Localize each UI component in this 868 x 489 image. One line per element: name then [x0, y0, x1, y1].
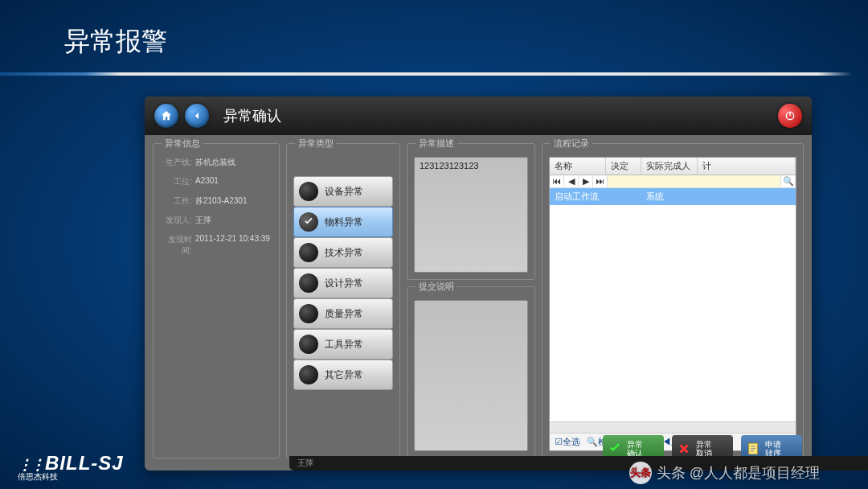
power-icon [784, 109, 796, 122]
cell-name: 启动工作流 [550, 191, 606, 203]
description-textarea[interactable]: 123123123123 [414, 157, 528, 273]
exception-type-item[interactable]: 设备异常 [293, 176, 393, 207]
svg-rect-5 [751, 450, 754, 451]
col-completer[interactable]: 实际完成人 [641, 158, 698, 175]
home-button[interactable] [154, 104, 178, 128]
home-icon [160, 109, 173, 122]
radio-icon [299, 182, 318, 201]
table-row[interactable]: 启动工作流 系统 [550, 188, 796, 205]
nav-last-icon[interactable]: ⏭ [593, 175, 608, 187]
info-value: 苏2103-A2301 [195, 195, 248, 207]
info-value: 2011-12-21 10:43:39 [195, 234, 270, 257]
type-label: 质量异常 [325, 307, 363, 321]
exception-type-item[interactable]: 技术异常 [293, 237, 393, 268]
check-icon [606, 440, 624, 458]
description-panel: 异常描述 123123123123 [407, 143, 535, 280]
type-label: 技术异常 [325, 246, 363, 260]
info-legend: 异常信息 [162, 138, 203, 150]
slide-title: 异常报警 [64, 24, 167, 60]
type-label: 物料异常 [325, 216, 363, 229]
back-icon [190, 109, 203, 122]
watermark-icon: 头条 [629, 462, 652, 484]
app-window: 异常确认 异常信息 生产线: 苏杭总装线 工位: A2301 工作: 苏2103… [145, 97, 812, 471]
radio-icon [299, 212, 318, 232]
types-legend: 异常类型 [295, 138, 337, 150]
svg-rect-1 [789, 112, 790, 116]
nav-prev-icon[interactable]: ◀ [564, 175, 579, 187]
col-name[interactable]: 名称 [550, 158, 606, 175]
window-title: 异常确认 [223, 106, 281, 125]
radio-icon [299, 273, 318, 293]
type-label: 其它异常 [325, 368, 363, 382]
submit-panel: 提交说明 [407, 286, 535, 458]
brand-logo: ⋮⋮BILL-SJ 倍思杰科技 [18, 452, 124, 483]
info-value: 王萍 [195, 215, 211, 226]
cell-decided [606, 191, 641, 203]
app-body: 异常信息 生产线: 苏杭总装线 工位: A2301 工作: 苏2103-A230… [145, 135, 812, 458]
radio-icon [299, 304, 318, 323]
info-label: 发现人: [160, 215, 195, 226]
svg-rect-4 [751, 448, 755, 449]
nav-first-icon[interactable]: ⏮ [550, 175, 564, 187]
title-underline [0, 72, 852, 76]
col-plan[interactable]: 计 [698, 158, 796, 175]
col-decided[interactable]: 决定 [606, 158, 641, 175]
x-icon [675, 440, 693, 458]
nav-next-icon[interactable]: ▶ [579, 175, 593, 187]
exception-type-item[interactable]: 设计异常 [293, 268, 393, 298]
description-legend: 异常描述 [416, 138, 457, 150]
exception-type-item[interactable]: 工具异常 [293, 329, 393, 360]
watermark: 头条 头条 @人人都是项目经理 [629, 462, 820, 484]
info-row: 工作: 苏2103-A2301 [160, 195, 272, 207]
info-row: 发现人: 王萍 [160, 215, 272, 226]
type-label: 工具异常 [325, 338, 363, 351]
info-row: 生产线: 苏杭总装线 [160, 157, 272, 168]
back-button[interactable] [185, 104, 209, 128]
grid-h-scrollbar[interactable] [550, 421, 796, 433]
info-value: 苏杭总装线 [195, 157, 235, 168]
type-label: 设计异常 [325, 277, 363, 290]
cell-completer: 系统 [641, 191, 698, 203]
info-row: 发现时间: 2011-12-21 10:43:39 [160, 234, 272, 257]
doc-icon [744, 440, 762, 458]
radio-icon [299, 365, 318, 384]
info-panel: 异常信息 生产线: 苏杭总装线 工位: A2301 工作: 苏2103-A230… [153, 143, 280, 458]
flow-panel: 流程记录 名称 决定 实际完成人 计 ⏮ ◀ ▶ ⏭ 🔍 启动工作流 [542, 143, 804, 458]
info-row: 工位: A2301 [160, 176, 272, 187]
power-button[interactable] [778, 104, 802, 128]
info-label: 发现时间: [160, 234, 195, 257]
type-label: 设备异常 [325, 185, 363, 199]
radio-icon [299, 335, 318, 354]
grid-search-box[interactable] [608, 175, 781, 187]
info-label: 工作: [160, 195, 195, 207]
middle-column: 异常描述 123123123123 提交说明 [407, 143, 535, 458]
radio-icon [299, 243, 318, 262]
exception-type-item[interactable]: 质量异常 [293, 298, 393, 329]
flow-legend: 流程记录 [551, 138, 592, 150]
exception-type-item[interactable]: 物料异常 [293, 207, 393, 237]
svg-rect-3 [751, 446, 755, 446]
info-value: A2301 [195, 176, 219, 187]
types-panel: 异常类型 设备异常 物料异常 技术异常 设计异常 质量异 [286, 143, 400, 458]
exception-type-item[interactable]: 其它异常 [293, 360, 393, 390]
info-label: 工位: [160, 176, 195, 187]
grid-header: 名称 决定 实际完成人 计 [550, 158, 796, 175]
grid-search-icon[interactable]: 🔍 [781, 175, 796, 187]
submit-legend: 提交说明 [416, 281, 457, 293]
submit-textarea[interactable] [414, 300, 528, 451]
grid-nav: ⏮ ◀ ▶ ⏭ 🔍 [550, 175, 796, 188]
flow-grid: 名称 决定 实际完成人 计 ⏮ ◀ ▶ ⏭ 🔍 启动工作流 系统 [549, 157, 796, 451]
footer-selectall[interactable]: ☑全选 [555, 436, 580, 448]
app-header: 异常确认 [145, 97, 812, 135]
info-label: 生产线: [160, 157, 195, 168]
